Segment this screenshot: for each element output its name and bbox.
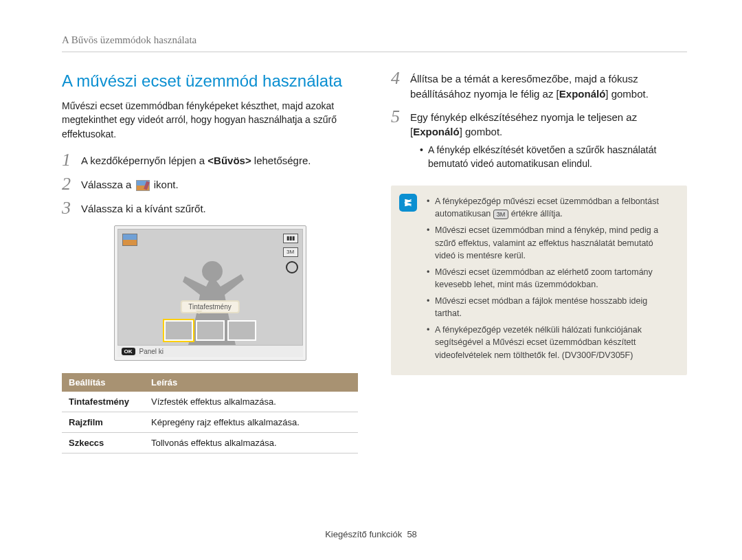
- note-item: Művészi ecset üzemmódban mind a fénykép,…: [427, 224, 676, 261]
- note-item: Művészi ecset üzemmódban az elérhető zoo…: [427, 266, 676, 291]
- sub-bullet: A fénykép elkészítését követően a szűrők…: [420, 144, 687, 170]
- note-item: A fényképezőgép művészi ecset üzemmódban…: [427, 195, 676, 220]
- filter-thumb-ink: [164, 320, 193, 341]
- note-item: Művészi ecset módban a fájlok mentése ho…: [427, 295, 676, 320]
- intro-text: Művészi ecset üzemmódban fényképeket kés…: [62, 99, 358, 141]
- timer-icon: [286, 261, 298, 273]
- filter-thumbnails: [164, 320, 256, 341]
- mode-icon: [122, 234, 137, 246]
- step-text: Válassza ki a kívánt szűrőt.: [81, 201, 358, 216]
- step-number: 4: [391, 69, 410, 87]
- step-number: 5: [391, 108, 410, 126]
- table-header-desc: Leírás: [144, 373, 358, 392]
- ok-badge: OK: [122, 348, 135, 355]
- step-number: 1: [62, 151, 81, 169]
- breadcrumb: A Bűvös üzemmódok használata: [62, 34, 687, 52]
- step-number: 3: [62, 199, 81, 217]
- step-text: Állítsa be a témát a keresőmezőbe, majd …: [410, 71, 687, 102]
- artistic-brush-icon: [136, 180, 150, 191]
- note-icon: [399, 194, 417, 212]
- battery-icon: ▮▮▮: [283, 234, 298, 243]
- table-row: Rajzfilm Képregény rajz effektus alkalma…: [62, 412, 358, 432]
- step-text: Egy fénykép elkészítéséhez nyomja le tel…: [410, 110, 687, 171]
- resolution-badge: 3M: [493, 210, 509, 219]
- filter-table: Beállítás Leírás Tintafestmény Vízfesték…: [62, 373, 358, 453]
- resolution-icon: 3M: [283, 247, 298, 257]
- note-box: A fényképezőgép művészi ecset üzemmódban…: [391, 186, 687, 375]
- note-item: A fényképezőgép vezeték nélküli hálózati…: [427, 324, 676, 361]
- filter-thumb-sketch: [227, 320, 256, 341]
- table-row: Szkeccs Tollvonás effektus alkalmazása.: [62, 432, 358, 453]
- filter-tooltip: Tintafestmény: [180, 300, 239, 313]
- page-footer: Kiegészítő funkciók 58: [0, 529, 742, 539]
- table-row: Tintafestmény Vízfesték effektus alkalma…: [62, 392, 358, 412]
- table-header-setting: Beállítás: [62, 373, 144, 392]
- ok-text: Panel ki: [139, 348, 164, 355]
- step-number: 2: [62, 175, 81, 193]
- step-text: Válassza a ikont.: [81, 177, 358, 192]
- filter-thumb-cartoon: [196, 320, 225, 341]
- step-text: A kezdőképernyőn lépjen a <Bűvös> lehető…: [81, 153, 358, 168]
- camera-preview: ▮▮▮ 3M Tintafestmény: [114, 225, 306, 361]
- section-title: A művészi ecset üzemmód használata: [62, 71, 358, 91]
